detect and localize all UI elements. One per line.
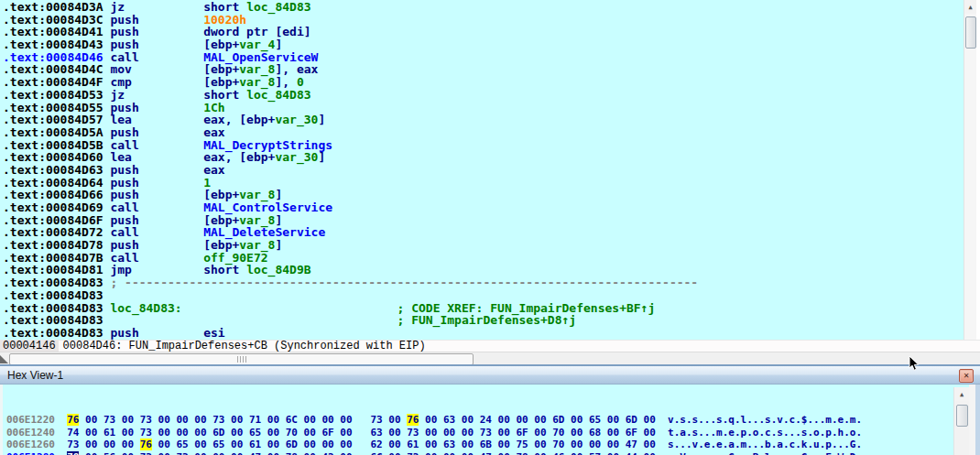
hex-byte[interactable]: 00: [425, 451, 437, 455]
hex-byte[interactable]: 00: [644, 427, 656, 439]
hex-byte[interactable]: 73: [140, 427, 152, 439]
hex-byte[interactable]: 00: [158, 414, 170, 426]
hex-byte[interactable]: 70: [552, 427, 564, 439]
hex-byte[interactable]: 00: [498, 427, 510, 439]
hex-byte[interactable]: 00: [644, 439, 656, 450]
hex-dump[interactable]: 006E1220 76 00 73 00 73 00 00 00 73 00 7…: [6, 414, 980, 455]
hex-byte[interactable]: 00: [340, 414, 352, 426]
hex-byte[interactable]: 65: [249, 427, 261, 439]
hex-byte[interactable]: 6D: [286, 439, 298, 450]
hex-byte[interactable]: 00: [340, 439, 352, 450]
hex-byte[interactable]: 63: [443, 414, 455, 426]
hex-byte[interactable]: 65: [589, 414, 601, 426]
hex-byte[interactable]: 00: [85, 439, 97, 450]
disasm-line[interactable]: .text:00084D81 jmp short loc_84D9B: [3, 264, 964, 276]
hex-byte[interactable]: 6F: [321, 427, 333, 439]
disasm-line[interactable]: .text:00084D83 loc_84D83: ; CODE XREF: F…: [3, 302, 964, 315]
hex-byte[interactable]: 00: [607, 451, 619, 455]
disasm-line[interactable]: .text:00084D60 lea eax, [ebp+var_30]: [3, 151, 964, 164]
hex-byte[interactable]: 76: [407, 414, 419, 426]
hex-byte[interactable]: 00: [212, 451, 224, 455]
disasm-line[interactable]: .text:00084D57 lea eax, [ebp+var_30]: [3, 114, 964, 126]
hex-byte[interactable]: 78: [286, 451, 298, 455]
disasm-line[interactable]: .text:00084D46 call MAL_OpenServiceW: [3, 51, 964, 64]
hex-byte[interactable]: 00: [498, 451, 510, 455]
disasm-line[interactable]: .text:00084D83: [3, 289, 964, 302]
hex-vertical-scrollbar[interactable]: ▲: [953, 387, 969, 455]
hex-byte[interactable]: 00: [267, 439, 279, 450]
disasm-line[interactable]: .text:00084D41 push dword ptr [edi]: [3, 26, 964, 38]
hex-byte[interactable]: 65: [212, 439, 224, 450]
hex-byte[interactable]: 72: [407, 451, 419, 455]
hex-byte[interactable]: 00: [122, 414, 134, 426]
hex-byte[interactable]: 63: [443, 439, 455, 450]
hex-byte[interactable]: 00: [443, 451, 455, 455]
disasm-line[interactable]: .text:00084D55 push 1Ch: [3, 102, 964, 114]
hex-byte[interactable]: 00: [321, 414, 333, 426]
hex-byte[interactable]: 47: [249, 451, 261, 455]
hex-byte[interactable]: 00: [425, 414, 437, 426]
hex-byte[interactable]: 78: [67, 451, 79, 455]
hex-byte[interactable]: 00: [304, 427, 316, 439]
disasm-line[interactable]: .text:00084D53 jz short loc_84D83: [3, 89, 964, 102]
hex-ascii[interactable]: s...v.e.e.a.m...b.a.c.k.u.p...G.: [668, 439, 862, 450]
horizontal-scrollbar[interactable]: [0, 352, 980, 364]
hex-byte[interactable]: 00: [534, 427, 546, 439]
hex-byte[interactable]: 57: [589, 451, 601, 455]
disasm-line[interactable]: .text:00084D4F cmp [ebp+var_8], 0: [3, 76, 964, 89]
disasm-line[interactable]: .text:00084D83 ; FUN_ImpairDefenses+D8↑j: [3, 314, 964, 327]
hex-byte[interactable]: 6F: [516, 427, 528, 439]
hex-byte[interactable]: 00: [158, 439, 170, 450]
hex-byte[interactable]: 47: [480, 451, 492, 455]
hex-row[interactable]: 006E1240 74 00 61 00 73 00 00 00 6D 00 6…: [6, 427, 980, 439]
disasm-line[interactable]: .text:00084D78 push [ebp+var_8]: [3, 239, 964, 252]
disasm-line[interactable]: .text:00084D6F push [ebp+var_8]: [3, 214, 964, 227]
hex-byte[interactable]: 00: [158, 427, 170, 439]
hex-byte[interactable]: 00: [498, 439, 510, 450]
hex-byte[interactable]: 44: [626, 451, 637, 455]
hex-byte[interactable]: 00: [571, 427, 583, 439]
scrollbar-thumb[interactable]: [956, 405, 968, 427]
hex-byte[interactable]: 00: [103, 439, 115, 450]
hex-byte[interactable]: 00: [267, 414, 279, 426]
scroll-up-icon[interactable]: ▲: [954, 387, 969, 401]
hex-byte[interactable]: 00: [607, 414, 619, 426]
disasm-line[interactable]: .text:00084D64 push 1: [3, 177, 964, 190]
disasm-line[interactable]: .text:00084D5B call MAL_DecryptStrings: [3, 139, 964, 152]
hex-byte[interactable]: 00: [231, 427, 243, 439]
hex-byte[interactable]: 00: [304, 439, 316, 450]
disasm-line[interactable]: .text:00084D83 ; -----------------------…: [3, 276, 964, 289]
hex-byte[interactable]: 6C: [286, 414, 298, 426]
hex-byte[interactable]: 00: [498, 414, 510, 426]
hex-byte[interactable]: 6D: [626, 414, 637, 426]
hex-byte[interactable]: 00: [194, 427, 206, 439]
hex-byte[interactable]: 00: [534, 439, 546, 450]
hex-byte[interactable]: 61: [103, 427, 115, 439]
hex-byte[interactable]: 00: [231, 439, 243, 450]
hex-byte[interactable]: 00: [425, 439, 437, 450]
hex-byte[interactable]: 00: [462, 451, 474, 455]
hex-byte[interactable]: 00: [462, 427, 474, 439]
hex-ascii[interactable]: t.a.s...m.e.p.o.c.s...s.o.p.h.o.: [668, 427, 862, 439]
hex-byte[interactable]: 62: [370, 439, 382, 450]
hex-byte[interactable]: 73: [67, 439, 79, 450]
hex-byte[interactable]: 00: [267, 451, 279, 455]
hex-byte[interactable]: 00: [462, 439, 474, 450]
disasm-line[interactable]: .text:00084D5A push eax: [3, 126, 964, 139]
disassembly-vertical-scrollbar[interactable]: ▲: [964, 0, 976, 340]
hex-byte[interactable]: 00: [534, 414, 546, 426]
hex-byte[interactable]: 70: [286, 427, 298, 439]
hex-byte[interactable]: 47: [626, 439, 637, 450]
hex-byte[interactable]: 65: [176, 439, 188, 450]
hex-row[interactable]: 006E1260 73 00 00 00 76 00 65 00 65 00 6…: [6, 439, 980, 451]
hex-byte[interactable]: 73: [140, 451, 152, 455]
hex-byte[interactable]: 73: [176, 451, 188, 455]
hex-byte[interactable]: 00: [388, 439, 400, 450]
hex-byte[interactable]: 78: [516, 451, 528, 455]
disasm-line[interactable]: .text:00084D83 push esi: [3, 327, 964, 340]
hex-byte[interactable]: 00: [443, 427, 455, 439]
hex-byte[interactable]: 56: [103, 451, 115, 455]
close-icon[interactable]: ✕: [959, 369, 974, 383]
hex-byte[interactable]: 6D: [552, 414, 564, 426]
hex-byte[interactable]: 00: [388, 451, 400, 455]
